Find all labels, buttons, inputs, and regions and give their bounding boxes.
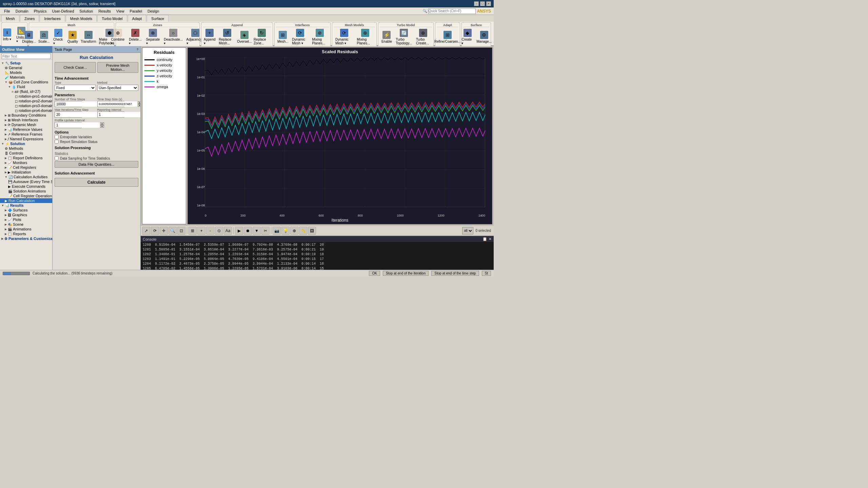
tree-reports[interactable]: ▶ 📋Reports: [0, 231, 52, 236]
console-clear-btn[interactable]: ✕: [489, 237, 492, 241]
create-surface-btn[interactable]: ◆ Create ▾: [460, 28, 475, 46]
menu-user-defined[interactable]: User-Defined: [50, 8, 77, 14]
dynamic-mesh-btn[interactable]: ⟳ Dynamic Mesh ▾: [290, 28, 310, 46]
timestep-size-input[interactable]: [98, 101, 138, 107]
scale-btn[interactable]: ⚖ Scale...: [37, 30, 51, 44]
preview-mesh-btn[interactable]: Preview Mesh Motion...: [97, 62, 139, 73]
turbo-topology-btn[interactable]: 🔄 Turbo Topology...: [394, 28, 413, 46]
report-status-checkbox[interactable]: [55, 140, 59, 144]
turbo-create-btn[interactable]: ⊕ Turbo Create...: [414, 28, 432, 46]
record-btn[interactable]: ⏺: [244, 227, 252, 235]
num-timesteps-input[interactable]: [56, 101, 100, 107]
tree-models[interactable]: 📐Models: [0, 70, 52, 75]
translate-btn[interactable]: ✛: [160, 227, 168, 235]
tree-general[interactable]: ⚙General: [0, 65, 52, 70]
tree-rotation-pro4[interactable]: ◻rotation-pro4-domain.1: [0, 108, 52, 113]
stop-iteration-btn[interactable]: Stop at end of the iteration: [383, 271, 429, 276]
tree-controls[interactable]: 🎛Controls: [0, 151, 52, 156]
ok-btn[interactable]: OK: [369, 271, 380, 276]
manage-surface-btn[interactable]: ⚙ Manage...: [476, 30, 493, 44]
tree-parameters[interactable]: ▶ ⚙Parameters & Customization: [0, 236, 52, 241]
menu-results[interactable]: Results: [96, 8, 114, 14]
filter-text-input[interactable]: [1, 54, 51, 59]
play-btn[interactable]: ▶: [235, 227, 243, 235]
annotation-btn[interactable]: Aa: [224, 227, 232, 235]
mixing-planes-btn[interactable]: ⊛ Mixing Planes...: [310, 28, 329, 46]
tree-rotation-pro1[interactable]: ◻rotation-pro1-domain (fl...: [0, 94, 52, 99]
tree-calc-activities[interactable]: ▼ 🔄Calculation Activities: [0, 175, 52, 179]
stop-timestep-btn[interactable]: Stop at end of the time step: [431, 271, 479, 276]
tree-boundary[interactable]: ▶ ⊞Boundary Conditions: [0, 113, 52, 118]
zoom-out-btn[interactable]: -: [206, 227, 214, 235]
tree-monitors[interactable]: ▶ 📈Monitors: [0, 160, 52, 165]
menu-view[interactable]: View: [114, 8, 127, 14]
tree-rotation-pro3[interactable]: ◻rotation-pro3-domain (fl...: [0, 103, 52, 108]
tree-graphics[interactable]: ▶ 🖼Graphics: [0, 212, 52, 217]
check-btn[interactable]: ✓ Check ▾: [52, 28, 65, 46]
tree-mesh-interfaces[interactable]: ▶ ⊠Mesh Interfaces: [0, 118, 52, 122]
profile-update-input[interactable]: [56, 122, 100, 128]
delete-btn[interactable]: ✗ Delete... ▾: [127, 28, 143, 46]
tree-run-calculation[interactable]: ▶Run Calculation: [0, 198, 52, 203]
menu-solution[interactable]: Solution: [77, 8, 96, 14]
tree-rotation-pro2[interactable]: ◻rotation-pro2-domain (fl...: [0, 99, 52, 103]
reporting-interval-input[interactable]: [98, 112, 141, 117]
select-tool-btn[interactable]: ↗: [142, 227, 150, 235]
tree-cell-register-ops[interactable]: 📝Cell Register Operations: [0, 194, 52, 198]
clip-btn[interactable]: ✂: [261, 227, 270, 235]
mesh-interfaces-btn[interactable]: ⊞ Mesh...: [276, 30, 290, 44]
tree-cell-zone[interactable]: ▼ 📦Cell Zone Conditions: [0, 80, 52, 84]
tab-mesh[interactable]: Mesh: [1, 15, 19, 22]
timestep-size-down[interactable]: ▼: [138, 104, 141, 107]
display-btn[interactable]: 🖥 Display...: [21, 30, 36, 44]
menu-physics[interactable]: Physics: [31, 8, 50, 14]
rotate-btn[interactable]: ⟳: [151, 227, 159, 235]
tab-zones[interactable]: Zones: [20, 15, 39, 22]
fit-btn[interactable]: ⊡: [177, 227, 185, 235]
timestep-size-up[interactable]: ▲: [138, 101, 141, 104]
console-copy-btn[interactable]: 📋: [482, 237, 487, 241]
task-panel-help-icon[interactable]: ?: [137, 48, 138, 51]
tab-interfaces[interactable]: Interfaces: [40, 15, 65, 22]
tree-scene[interactable]: ▶ 🎭Scene: [0, 222, 52, 227]
overset-btn[interactable]: ◈ Overset...: [238, 30, 251, 44]
tree-reference-frames[interactable]: ▶ ↗Reference Frames: [0, 132, 52, 137]
separate-btn[interactable]: ⊗ Separate ▾: [144, 28, 162, 46]
tree-named-expressions[interactable]: ▶ 𝑓Named Expressions: [0, 137, 52, 141]
quick-search-input[interactable]: [428, 8, 476, 14]
zone-selector[interactable]: all: [462, 227, 473, 235]
profile-update-down[interactable]: ▼: [100, 125, 104, 128]
screenshot-btn[interactable]: 🖼: [308, 227, 316, 235]
zoom-in-btn[interactable]: +: [197, 227, 205, 235]
tree-setup[interactable]: ▼ 🔧 Setup: [0, 61, 52, 65]
tab-turbo-model[interactable]: Turbo Model: [97, 15, 127, 22]
method-select[interactable]: User-Specified: [97, 85, 139, 91]
tree-solution[interactable]: ▼ ⚡Solution: [0, 141, 52, 146]
dynamic-mesh-model-btn[interactable]: ⟳ Dynamic Mesh ▾: [334, 28, 354, 46]
extrapolate-checkbox[interactable]: [55, 135, 59, 139]
minimize-button[interactable]: –: [474, 1, 479, 6]
tree-air[interactable]: ○air (fluid, id=27): [0, 89, 52, 94]
enable-turbo-btn[interactable]: ⚡ Enable: [380, 30, 393, 44]
maximize-button[interactable]: □: [480, 1, 485, 6]
probe-btn[interactable]: ⊙: [215, 227, 223, 235]
tab-surface[interactable]: Surface: [147, 15, 169, 22]
menu-design[interactable]: Design: [145, 8, 162, 14]
select-filter-btn[interactable]: ▼: [253, 227, 261, 235]
info-btn[interactable]: ℹ Info ▾: [0, 27, 14, 42]
append-btn[interactable]: ＋ Append ▾: [203, 28, 216, 46]
deactivate-btn[interactable]: ○ Deactivate... ▾: [162, 28, 184, 46]
tree-surfaces[interactable]: ▶ 🔷Surfaces: [0, 208, 52, 212]
tree-results[interactable]: ▼ 📊Results: [0, 203, 52, 208]
zoom-btn[interactable]: 🔍: [169, 227, 177, 235]
tree-initialization[interactable]: ▶ ▶Initialization: [0, 170, 52, 175]
tree-report-definitions[interactable]: ▶ 📋Report Definitions: [0, 156, 52, 160]
refine-btn[interactable]: ⊞ Refine/Coarsen...: [433, 30, 462, 44]
data-file-quantities-btn[interactable]: Data File Quantities...: [55, 161, 138, 168]
stop-btn[interactable]: St: [482, 271, 491, 276]
profile-update-up[interactable]: ▲: [100, 122, 104, 125]
lights-btn[interactable]: 💡: [281, 227, 290, 235]
calculate-btn[interactable]: Calculate: [55, 178, 138, 187]
box-zoom-btn[interactable]: ⊞: [189, 227, 197, 235]
tree-cell-registers[interactable]: ▶ 📝Cell Registers: [0, 165, 52, 170]
